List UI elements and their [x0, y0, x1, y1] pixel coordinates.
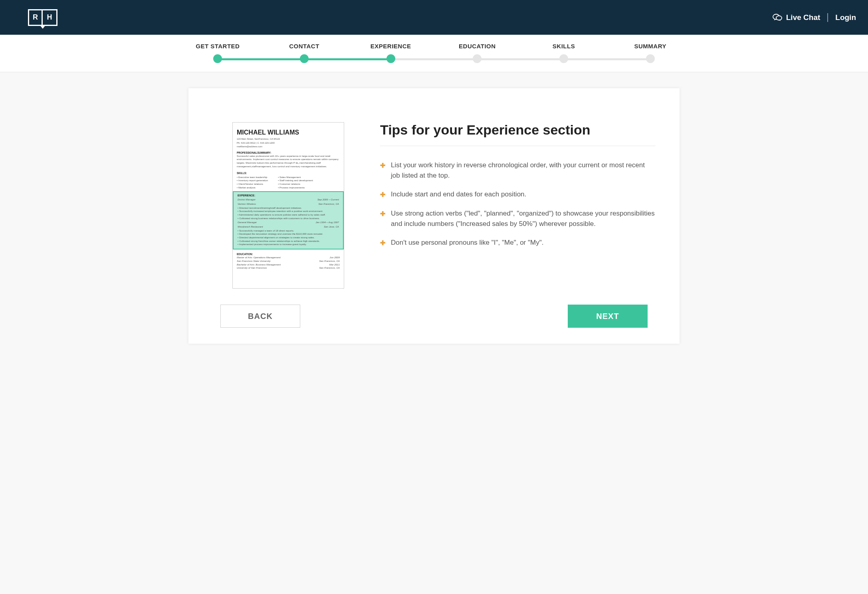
login-link[interactable]: Login: [828, 13, 856, 22]
resume-summary-head: PROFESSIONALSUMMARY:: [237, 151, 340, 154]
job-bullet: Directed departmental alignment on strat…: [240, 236, 339, 240]
step-label: EDUCATION: [459, 43, 496, 50]
resume-summary-text: Successful sales professional with 10+ y…: [237, 154, 340, 168]
job-company-row: Verizon WirelessSan Francisco, CA: [238, 202, 339, 206]
step-label: GET STARTED: [196, 43, 240, 50]
resume-skills-head: SKILLS:: [237, 171, 340, 175]
step-dot: [213, 54, 222, 63]
step-label: SUMMARY: [634, 43, 666, 50]
edu-school-row: San Francisco State UniversitySan Franci…: [237, 259, 340, 263]
header-actions: Live Chat Login: [773, 13, 856, 22]
back-label: BACK: [248, 312, 273, 321]
live-chat-label: Live Chat: [786, 13, 820, 22]
chat-icon: [773, 14, 782, 22]
tip-text: Don't use personal pronouns like "I", "M…: [391, 238, 543, 248]
job-bullet: Successfully increased employee retentio…: [240, 210, 339, 213]
tips-list: ✚List your work history in reverse chron…: [380, 160, 656, 248]
job-company-row: Woodranch RestaurantSan Jose, CA: [238, 225, 339, 229]
tips-title: Tips for your Experience section: [380, 122, 656, 146]
logo[interactable]: R H: [28, 9, 57, 26]
tip-text: Use strong action verbs ("led", "planned…: [391, 208, 656, 229]
step-line: [218, 58, 304, 60]
step-line: [564, 58, 650, 60]
step-label: EXPERIENCE: [371, 43, 411, 50]
job-bullet: Administered daily operations to ensure …: [240, 213, 339, 217]
step-dot: [646, 54, 655, 63]
step-line: [391, 58, 478, 60]
edu-degree-row: Master of Arts: Operations ManagementJun…: [237, 256, 340, 259]
resume-address: 123 Main Street, SanFrancisco, CA 94122: [237, 137, 340, 141]
progress-stepper: GET STARTEDCONTACTEXPERIENCEEDUCATIONSKI…: [0, 35, 868, 72]
svg-point-1: [776, 16, 782, 20]
tip-item: ✚List your work history in reverse chron…: [380, 160, 656, 180]
logo-letter-h: H: [43, 10, 56, 25]
skill-item: Inventory report generation: [237, 179, 268, 182]
resume-exp-head: EXPERIENCE:: [238, 194, 339, 197]
resume-edu-head: EDUCATION:: [237, 252, 340, 256]
job-bullets: Successfully managed a team of 18 direct…: [238, 229, 339, 246]
job-bullet: Cultivated strong business relationships…: [240, 217, 339, 220]
skill-item: Client/Vendor relations: [237, 182, 268, 186]
tip-item: ✚Include start and end dates for each po…: [380, 189, 656, 200]
job-bullet: Developed the renovation strategy and ov…: [240, 232, 339, 236]
plus-icon: ✚: [380, 238, 385, 248]
skill-item: Staff training and development: [278, 179, 313, 182]
live-chat-link[interactable]: Live Chat: [773, 13, 828, 22]
plus-icon: ✚: [380, 161, 385, 180]
step-dot: [386, 54, 395, 63]
step-dot: [300, 54, 309, 63]
step-dot: [559, 54, 568, 63]
edu-school-row: University of San FranciscoSan Francisco…: [237, 266, 340, 270]
next-label: NEXT: [596, 312, 619, 321]
edu-degree-row: Bachelor of Arts: Business ManagementMar…: [237, 263, 340, 267]
step-line: [304, 58, 391, 60]
login-label: Login: [835, 13, 856, 22]
tips-column: Tips for your Experience section ✚List y…: [380, 122, 664, 289]
job-title-row: General ManagerJan 1994 – Aug 1997: [238, 221, 339, 224]
skill-item: Customer relations: [278, 182, 313, 186]
back-button[interactable]: BACK: [220, 305, 300, 328]
job-title-row: District ManagerSep 2009 – Current: [238, 198, 339, 202]
step-label: CONTACT: [289, 43, 319, 50]
job-bullet: Implemented process improvements to incr…: [240, 243, 339, 246]
job-bullets: Directed recruitment/training/staff deve…: [238, 206, 339, 220]
main-card: MICHAEL WILLIAMS123 Main Street, SanFran…: [188, 88, 680, 344]
step-dot: [473, 54, 482, 63]
skill-item: Process improvements: [278, 186, 313, 190]
step-get-started[interactable]: GET STARTED: [174, 43, 261, 63]
content-row: MICHAEL WILLIAMS123 Main Street, SanFran…: [204, 122, 664, 289]
app-header: R H Live Chat Login: [0, 0, 868, 35]
step-label: SKILLS: [553, 43, 575, 50]
job-bullet: Successfully managed a team of 18 direct…: [240, 229, 339, 233]
plus-icon: ✚: [380, 190, 385, 200]
skill-item: Sales Management: [278, 176, 313, 179]
job-bullet: Cultivated strong franchise owner relati…: [240, 240, 339, 243]
tip-item: ✚Don't use personal pronouns like "I", "…: [380, 238, 656, 248]
resume-name: MICHAEL WILLIAMS: [237, 128, 340, 137]
nav-buttons: BACK NEXT: [204, 305, 664, 328]
resume-phone: Ph: 415-123-0012 | C: 415-123-1200: [237, 141, 340, 145]
logo-speech-tail: [40, 25, 46, 29]
tip-text: Include start and end dates for each pos…: [391, 189, 526, 200]
logo-letter-r: R: [29, 10, 43, 25]
resume-preview-column: MICHAEL WILLIAMS123 Main Street, SanFran…: [204, 122, 344, 289]
step-line: [477, 58, 564, 60]
tip-item: ✚Use strong action verbs ("led", "planne…: [380, 208, 656, 229]
plus-icon: ✚: [380, 209, 385, 229]
skill-item: Executive team leadership: [237, 176, 268, 179]
skill-item: Market analysis: [237, 186, 268, 190]
next-button[interactable]: NEXT: [568, 305, 648, 328]
resume-skills: Executive team leadershipInventory repor…: [237, 176, 340, 190]
tip-text: List your work history in reverse chrono…: [391, 160, 656, 180]
job-bullet: Directed recruitment/training/staff deve…: [240, 206, 339, 210]
resume-experience-highlight: EXPERIENCE:District ManagerSep 2009 – Cu…: [233, 191, 344, 249]
resume-email: mwilliams@address.com: [237, 145, 340, 148]
resume-preview: MICHAEL WILLIAMS123 Main Street, SanFran…: [232, 122, 344, 289]
